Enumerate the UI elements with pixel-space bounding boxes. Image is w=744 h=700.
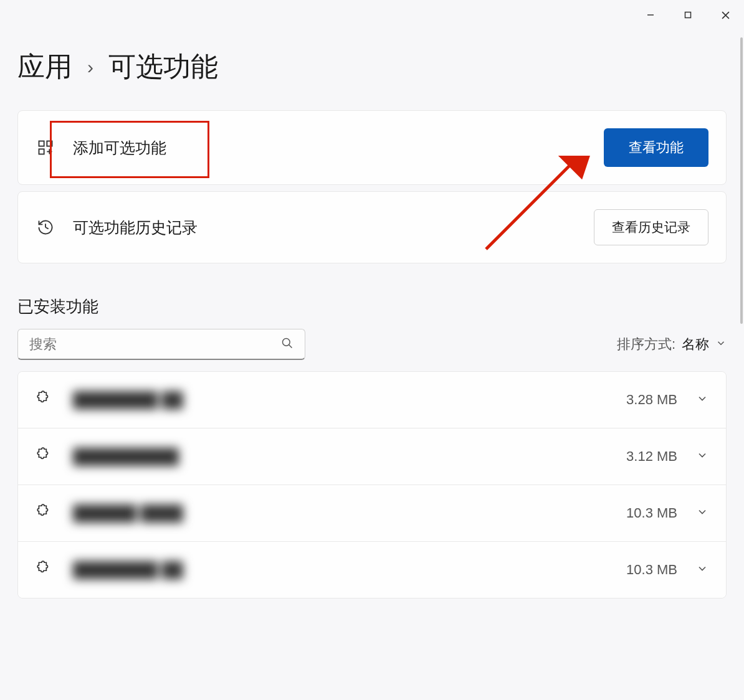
feature-name: ████████ ██ bbox=[73, 561, 626, 579]
feature-size: 10.3 MB bbox=[626, 505, 677, 521]
view-history-button[interactable]: 查看历史记录 bbox=[594, 209, 708, 245]
sort-label: 排序方式: bbox=[617, 335, 675, 354]
maximize-button[interactable] bbox=[669, 0, 707, 30]
breadcrumb: 应用 › 可选功能 bbox=[17, 49, 727, 85]
svg-line-10 bbox=[45, 227, 49, 229]
view-features-button[interactable]: 查看功能 bbox=[604, 128, 708, 167]
chevron-down-icon bbox=[696, 449, 708, 464]
installed-features-heading: 已安装功能 bbox=[17, 296, 727, 318]
sort-value: 名称 bbox=[682, 335, 709, 354]
feature-item[interactable]: ████████ ██ 3.28 MB bbox=[18, 372, 726, 428]
history-card: 可选功能历史记录 查看历史记录 bbox=[17, 191, 727, 263]
svg-rect-1 bbox=[685, 12, 691, 18]
feature-item[interactable]: ██████████ 3.12 MB bbox=[18, 428, 726, 485]
chevron-down-icon bbox=[696, 392, 708, 407]
feature-size: 3.28 MB bbox=[626, 392, 677, 408]
window-titlebar bbox=[0, 0, 744, 30]
chevron-down-icon bbox=[696, 506, 708, 521]
add-feature-label: 添加可选功能 bbox=[73, 138, 604, 158]
sort-dropdown[interactable]: 排序方式: 名称 bbox=[617, 335, 727, 354]
feature-size: 3.12 MB bbox=[626, 448, 677, 465]
breadcrumb-parent[interactable]: 应用 bbox=[17, 49, 72, 85]
svg-rect-6 bbox=[39, 149, 44, 154]
svg-point-11 bbox=[283, 338, 290, 346]
scrollbar[interactable] bbox=[740, 37, 743, 324]
installed-features-list: ████████ ██ 3.28 MB ██████████ 3.12 MB █… bbox=[17, 371, 727, 598]
minimize-button[interactable] bbox=[632, 0, 669, 30]
puzzle-icon bbox=[36, 504, 54, 523]
puzzle-icon bbox=[36, 390, 54, 409]
feature-name: ██████ ████ bbox=[73, 504, 626, 522]
feature-name: ████████ ██ bbox=[73, 391, 626, 409]
add-feature-card: 添加可选功能 查看功能 bbox=[17, 110, 727, 185]
puzzle-icon bbox=[36, 447, 54, 466]
search-icon bbox=[281, 337, 293, 352]
close-button[interactable] bbox=[707, 0, 744, 30]
feature-item[interactable]: ████████ ██ 10.3 MB bbox=[18, 542, 726, 598]
history-icon bbox=[36, 217, 55, 237]
breadcrumb-current: 可选功能 bbox=[108, 49, 218, 85]
history-label: 可选功能历史记录 bbox=[73, 217, 594, 238]
feature-item[interactable]: ██████ ████ 10.3 MB bbox=[18, 485, 726, 542]
svg-rect-4 bbox=[39, 141, 44, 146]
svg-line-12 bbox=[289, 344, 292, 348]
feature-name: ██████████ bbox=[73, 448, 626, 465]
grid-plus-icon bbox=[36, 138, 55, 158]
puzzle-icon bbox=[36, 560, 54, 579]
chevron-down-icon bbox=[696, 562, 708, 577]
svg-rect-5 bbox=[47, 141, 52, 146]
chevron-down-icon bbox=[715, 336, 727, 352]
search-box[interactable] bbox=[17, 329, 305, 360]
search-sort-row: 排序方式: 名称 bbox=[17, 329, 727, 360]
feature-size: 10.3 MB bbox=[626, 562, 677, 578]
search-input[interactable] bbox=[29, 336, 281, 352]
chevron-right-icon: › bbox=[87, 57, 93, 78]
